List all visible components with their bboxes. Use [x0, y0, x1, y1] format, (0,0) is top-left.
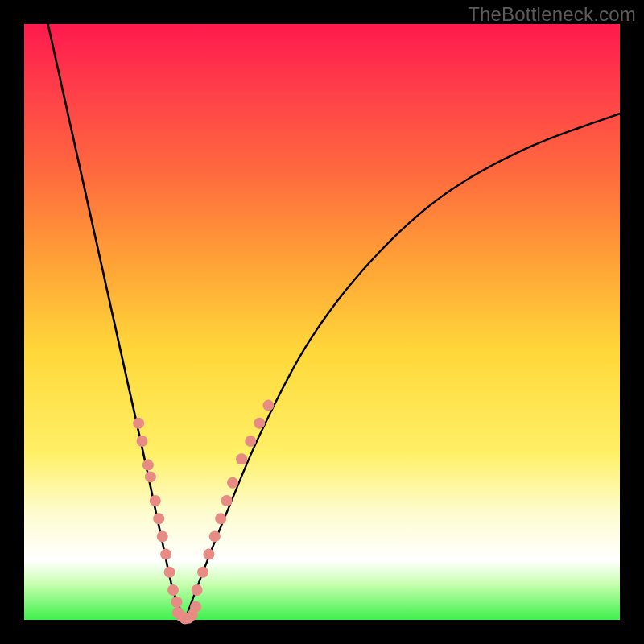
chart-stage: TheBottleneck.com	[0, 0, 644, 644]
chart-plot-area	[24, 24, 620, 620]
watermark-label: TheBottleneck.com	[468, 3, 636, 26]
